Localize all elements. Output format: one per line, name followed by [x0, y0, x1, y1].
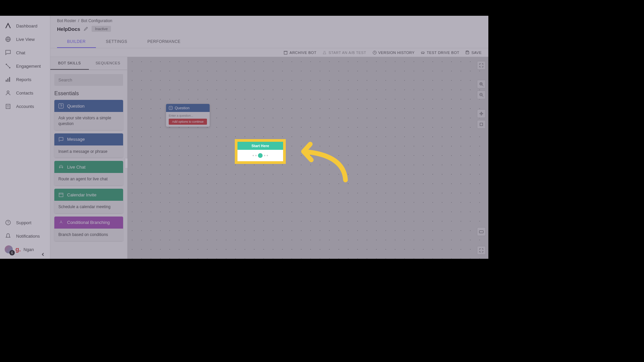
nav-label: Contacts — [16, 90, 33, 96]
nav-label: Support — [16, 220, 32, 225]
svg-rect-25 — [59, 193, 63, 197]
keyboard-button[interactable] — [477, 227, 486, 236]
skill-calendar[interactable]: Calendar Invite Schedule a calendar meet… — [54, 189, 123, 213]
nav-label: Chat — [16, 50, 25, 55]
sequences-tab[interactable]: SEQUENCES — [89, 57, 127, 70]
sidebar-collapse-button[interactable] — [41, 252, 45, 257]
nav-chat[interactable]: Chat — [0, 46, 50, 59]
grid-button[interactable] — [477, 120, 486, 129]
svg-rect-22 — [467, 51, 468, 52]
headset-icon — [58, 164, 64, 170]
nav-accounts[interactable]: Accounts — [0, 100, 50, 113]
person-icon — [5, 89, 11, 96]
test-drive-button[interactable]: TEST DRIVE BOT — [421, 50, 459, 55]
svg-text:?: ? — [170, 107, 172, 110]
user-name: Ngan — [23, 247, 34, 252]
nav-label: Dashboard — [16, 23, 38, 28]
svg-rect-37 — [479, 231, 483, 233]
svg-rect-19 — [421, 52, 424, 53]
svg-rect-11 — [8, 105, 9, 106]
nav-notifications[interactable]: Notifications — [0, 229, 50, 243]
logo-icon — [5, 22, 11, 29]
svg-rect-7 — [9, 77, 10, 82]
ab-test-button[interactable]: START AN A/B TEST — [322, 50, 366, 55]
svg-point-20 — [422, 53, 422, 54]
avatar: 6 — [5, 245, 13, 253]
skill-question[interactable]: ? Question Ask your site visitors a simp… — [54, 100, 123, 130]
skill-livechat[interactable]: Live Chat Route an agent for live chat — [54, 161, 123, 185]
svg-point-8 — [7, 91, 9, 93]
svg-rect-16 — [284, 51, 287, 54]
flask-icon — [322, 50, 327, 55]
history-icon — [372, 50, 377, 55]
add-options-button[interactable]: Add options to continue — [169, 119, 207, 125]
svg-rect-5 — [6, 80, 7, 82]
svg-rect-9 — [6, 104, 10, 109]
nav-sidebar: Dashboard Live View Chat Engagement Repo… — [0, 16, 50, 259]
tab-performance[interactable]: PERFORMANCE — [138, 36, 191, 48]
nav-logo[interactable]: Dashboard — [0, 19, 50, 33]
building-icon — [5, 103, 11, 110]
nav-label: Live View — [16, 37, 35, 42]
skills-panel: BOT SKILLS SEQUENCES Essentials ? Questi… — [50, 57, 127, 259]
save-button[interactable]: SAVE — [465, 50, 482, 55]
search-input[interactable] — [54, 74, 123, 86]
svg-point-4 — [9, 67, 10, 68]
skill-branching[interactable]: Conditional Branching Branch based on co… — [54, 217, 123, 241]
engagement-icon — [5, 63, 11, 69]
svg-point-3 — [6, 64, 7, 65]
svg-line-34 — [482, 96, 483, 97]
canvas[interactable]: ? Question Enter a question... Add optio… — [127, 57, 488, 259]
status-badge: Inactive — [92, 26, 111, 32]
start-here-node[interactable]: Start Here — [235, 140, 285, 163]
nav-label: Accounts — [16, 104, 34, 109]
user-g-icon: g. — [15, 246, 21, 253]
breadcrumb: Bot Roster / Bot Configuration — [50, 16, 488, 24]
message-icon — [58, 137, 64, 142]
skill-message[interactable]: Message Insert a message or phrase — [54, 133, 123, 158]
section-label: Essentials — [54, 90, 123, 97]
breadcrumb-current: Bot Configuration — [81, 18, 112, 23]
expand-button[interactable] — [477, 246, 486, 255]
nav-liveview[interactable]: Live View — [0, 33, 50, 46]
fit-button[interactable] — [477, 109, 486, 118]
nav-label: Notifications — [16, 234, 40, 239]
question-node[interactable]: ? Question Enter a question... Add optio… — [166, 104, 210, 127]
archive-button[interactable]: ARCHIVE BOT — [283, 50, 316, 55]
svg-rect-12 — [7, 107, 8, 107]
nav-engagement[interactable]: Engagement — [0, 59, 50, 73]
main-tabs: BUILDER SETTINGS PERFORMANCE — [50, 36, 488, 48]
version-history-button[interactable]: VERSION HISTORY — [372, 50, 415, 55]
svg-point-21 — [423, 53, 424, 54]
nav-reports[interactable]: Reports — [0, 73, 50, 86]
nav-label: Engagement — [16, 64, 41, 69]
bot-skills-tab[interactable]: BOT SKILLS — [50, 57, 89, 70]
fullscreen-button[interactable] — [477, 61, 486, 70]
notification-badge: 6 — [9, 250, 15, 255]
main-content: Bot Roster / Bot Configuration HelpDocs … — [50, 16, 488, 259]
zoom-out-button[interactable] — [477, 90, 486, 99]
svg-rect-6 — [7, 78, 8, 82]
question-icon: ? — [169, 106, 173, 110]
breadcrumb-root[interactable]: Bot Roster — [57, 18, 76, 23]
bot-title: HelpDocs — [57, 26, 80, 32]
svg-rect-13 — [8, 107, 9, 107]
nav-support[interactable]: ? Support — [0, 216, 50, 229]
tab-builder[interactable]: BUILDER — [57, 36, 96, 48]
globe-icon — [5, 36, 11, 43]
edit-icon[interactable] — [84, 26, 88, 31]
nav-contacts[interactable]: Contacts — [0, 86, 50, 100]
branch-icon — [58, 220, 64, 225]
bell-icon — [5, 233, 11, 239]
nav-label: Reports — [16, 77, 32, 82]
car-icon — [421, 50, 425, 55]
chat-icon — [5, 49, 11, 56]
archive-icon — [283, 50, 288, 55]
svg-rect-36 — [480, 123, 483, 126]
tab-settings[interactable]: SETTINGS — [96, 36, 138, 48]
svg-text:?: ? — [7, 221, 9, 225]
zoom-in-button[interactable] — [477, 80, 486, 88]
help-icon: ? — [5, 219, 11, 226]
bar-chart-icon — [5, 76, 11, 83]
toolbar-actions: ARCHIVE BOT START AN A/B TEST VERSION HI… — [50, 48, 488, 57]
